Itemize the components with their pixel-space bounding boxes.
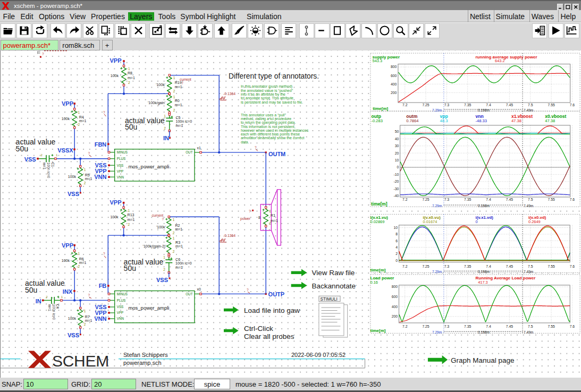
svg-text:Ctrl-Click: Ctrl-Click [244,325,273,333]
svg-text:7.4: 7.4 [486,265,491,268]
svg-text:47.38: 47.38 [511,118,521,123]
svg-text:poweramp.sch: poweramp.sch [123,360,162,366]
svg-text:7.2: 7.2 [402,198,408,201]
svg-text:2: 2 [46,295,48,299]
svg-text:100k: 100k [68,317,77,320]
svg-text:?: ? [88,293,90,297]
svg-text:annotator dinamically show the: annotator dinamically show the correct [241,136,305,140]
svg-text:7.5: 7.5 [528,198,533,201]
svg-text:7.6: 7.6 [570,198,575,201]
svg-text:View Raw file: View Raw file [312,269,355,277]
svg-text:C6: C6 [175,258,180,261]
svg-text:7.3: 7.3 [444,325,450,328]
svg-text:mos_power_ampli: mos_power_ampli [128,305,169,311]
svg-text:VSS: VSS [117,164,124,167]
svg-text:100k: 100k [68,175,77,178]
svg-text:R19: R19 [175,81,182,84]
svg-text:40: 40 [395,137,399,141]
svg-text:-0.283: -0.283 [371,118,383,123]
svg-text:2: 2 [128,81,130,84]
svg-text:?: ? [103,110,105,114]
svg-text:x0: x0 [197,287,201,291]
svg-text:1: 1 [84,168,86,172]
svg-text:R6: R6 [79,257,84,261]
svg-text:7.3: 7.3 [444,198,450,201]
svg-text:?: ? [249,209,251,213]
svg-text:VPP: VPP [110,199,121,206]
svg-text:R0: R0 [175,99,180,103]
svg-text:'100k': '100k' [156,83,165,87]
svg-text:100k: 100k [62,259,70,262]
svg-text:10: 10 [395,158,399,162]
svg-text:7.4: 7.4 [486,325,491,328]
svg-text:2: 2 [395,252,398,255]
svg-text:7.6: 7.6 [570,265,575,268]
svg-text:is persistent and may be saved: is persistent and may be saved to file. [241,100,303,105]
svg-text:2: 2 [164,126,166,130]
svg-text:7.6: 7.6 [570,103,575,107]
svg-text:m=1: m=1 [271,219,278,223]
svg-text:running average supply power: running average supply power [476,55,537,59]
svg-text:7.5: 7.5 [528,325,533,328]
svg-text:7.3: 7.3 [444,103,450,107]
svg-text:7.29m: 7.29m [432,330,442,334]
svg-text:-10: -10 [393,173,399,176]
svg-text:m=1: m=1 [176,124,183,127]
svg-text:50u: 50u [25,286,37,294]
svg-text:47.38: 47.38 [545,118,555,123]
svg-text:7.5: 7.5 [528,265,533,268]
svg-text:R1: R1 [271,214,275,217]
svg-text:R4: R4 [79,115,84,119]
svg-text:time[m]: time[m] [373,106,388,111]
svg-text:7.4: 7.4 [486,103,491,107]
svg-text:m=1: m=1 [175,266,183,269]
svg-text:R8: R8 [128,71,132,75]
svg-text:8: 8 [258,216,260,219]
svg-text:Load file into gaw: Load file into gaw [244,306,300,314]
svg-text:7.55: 7.55 [548,265,554,268]
svg-text:1: 1 [78,110,80,114]
svg-text:2022-06-09 07:05:52: 2022-06-09 07:05:52 [291,352,346,358]
svg-text:IN: IN [163,135,169,141]
svg-text:7.35: 7.35 [464,325,471,328]
svg-text:50u: 50u [16,144,28,153]
svg-text:INX: INX [63,288,73,295]
svg-text:1: 1 [61,295,63,299]
svg-text:m=1: m=1 [85,177,92,181]
svg-text:mos_power_ampli: mos_power_ampli [128,164,169,169]
svg-text:SCHEM: SCHEM [52,352,109,370]
svg-text:OUT: OUT [186,150,192,154]
svg-text:?: ? [42,52,44,56]
svg-text:Backannotate: Backannotate [312,282,356,290]
svg-text:2: 2 [173,231,175,235]
svg-text:7.35: 7.35 [464,265,471,268]
svg-text:VSS: VSS [24,156,36,163]
svg-text:7.55: 7.55 [548,103,554,107]
svg-text:30: 30 [395,144,399,148]
svg-text:VNN: VNN [117,175,124,179]
svg-text:7.29m: 7.29m [432,270,442,274]
svg-text:50u: 50u [124,264,136,272]
svg-text:FBN: FBN [95,141,107,148]
svg-text:2: 2 [270,221,272,225]
svg-text:m=1: m=1 [175,244,183,248]
svg-text:7.3: 7.3 [444,265,450,268]
svg-text:'100k/gain': '100k/gain' [148,101,165,105]
svg-text:Clear all probes: Clear all probes [244,333,294,340]
svg-text:?: ? [103,252,105,255]
svg-text:-48.33: -48.33 [476,118,487,123]
svg-text:7.29m: 7.29m [432,108,442,112]
svg-text:VPP: VPP [62,242,73,249]
svg-text:VSS: VSS [95,162,106,168]
svg-text:FB: FB [99,283,107,289]
svg-text:0.198m: 0.198m [478,204,490,208]
svg-text:IN: IN [36,298,41,304]
svg-text:7.25: 7.25 [422,198,429,201]
svg-text:7.35: 7.35 [464,103,471,107]
svg-text:7.2: 7.2 [402,265,408,268]
svg-text:7.45: 7.45 [506,103,513,107]
svg-text:time[m]: time[m] [371,268,386,272]
svg-text:1: 1 [173,218,175,221]
svg-text:7.49m: 7.49m [524,108,534,112]
svg-text:VPP: VPP [117,169,124,173]
